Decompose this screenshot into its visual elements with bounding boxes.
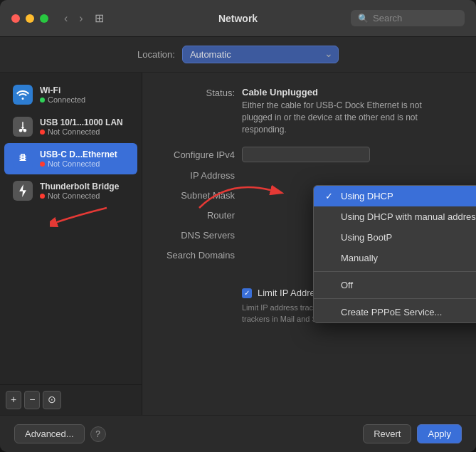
thunderbolt-status-dot bbox=[40, 194, 45, 199]
usb-icon bbox=[13, 117, 33, 137]
thunderbolt-name: Thunderbolt Bridge bbox=[40, 182, 119, 191]
help-button[interactable]: ? bbox=[90, 426, 106, 442]
dropdown-item-dhcp-manual[interactable]: Using DHCP with manual address bbox=[314, 206, 476, 227]
usb-status-dot bbox=[40, 130, 45, 135]
thunderbolt-info: Thunderbolt Bridge Not Connected bbox=[40, 182, 119, 200]
sidebar-item-usbc[interactable]: USB-C D...Ethernet Not Connected bbox=[4, 143, 137, 174]
search-placeholder: Search bbox=[373, 13, 402, 23]
dropdown-menu: ✓ Using DHCP Using DHCP with manual addr… bbox=[313, 185, 476, 323]
status-value: Cable Unplugged bbox=[242, 87, 441, 98]
dns-label: DNS Servers bbox=[157, 230, 235, 241]
ip-value bbox=[242, 168, 370, 182]
dropdown-container: ✓ Using DHCP Using DHCP with manual addr… bbox=[313, 185, 476, 323]
configure-ipv4-row: Configure IPv4 bbox=[157, 147, 462, 162]
add-button[interactable]: + bbox=[6, 391, 21, 409]
options-button[interactable]: ⊙ bbox=[43, 391, 61, 409]
usb-name: USB 10/1...1000 LAN bbox=[40, 117, 123, 127]
usb-info: USB 10/1...1000 LAN Not Connected bbox=[40, 117, 123, 136]
sidebar: Wi-Fi Connected USB bbox=[0, 73, 142, 415]
usbc-status: Not Connected bbox=[40, 159, 117, 168]
status-label: Status: bbox=[157, 87, 235, 98]
status-info: Cable Unplugged Either the cable for USB… bbox=[242, 87, 441, 135]
location-select[interactable]: Automatic Edit Locations... bbox=[182, 46, 339, 63]
close-button[interactable] bbox=[11, 14, 20, 23]
tracking-checkbox[interactable]: ✓ bbox=[242, 288, 252, 298]
router-label: Router bbox=[157, 210, 235, 221]
status-row: Status: Cable Unplugged Either the cable… bbox=[157, 87, 462, 135]
ip-address-row: IP Address bbox=[157, 168, 462, 182]
dhcp-label: Using DHCP bbox=[341, 191, 393, 201]
maximize-button[interactable] bbox=[40, 14, 48, 23]
configure-dropdown-trigger[interactable] bbox=[242, 147, 370, 162]
remove-button[interactable]: − bbox=[24, 391, 40, 409]
wifi-icon bbox=[13, 85, 33, 105]
right-panel: Status: Cable Unplugged Either the cable… bbox=[142, 73, 476, 415]
main-content: Wi-Fi Connected USB bbox=[0, 73, 476, 415]
dropdown-item-manually[interactable]: Manually bbox=[314, 248, 476, 268]
usbc-status-dot bbox=[40, 162, 45, 167]
off-label: Off bbox=[341, 280, 353, 290]
traffic-lights bbox=[11, 14, 48, 23]
bootp-label: Using BootP bbox=[341, 232, 392, 243]
search-domains-label: Search Domains bbox=[157, 250, 235, 261]
action-buttons: Revert Apply bbox=[363, 424, 462, 443]
sidebar-item-wifi[interactable]: Wi-Fi Connected bbox=[4, 79, 137, 110]
ip-label: IP Address bbox=[157, 170, 235, 181]
search-icon: 🔍 bbox=[358, 14, 369, 23]
dropdown-separator-1 bbox=[314, 271, 476, 272]
forward-button[interactable]: › bbox=[75, 11, 87, 26]
thunderbolt-icon bbox=[13, 181, 33, 201]
sidebar-item-usb[interactable]: USB 10/1...1000 LAN Not Connected bbox=[4, 111, 137, 142]
subnet-label: Subnet Mask bbox=[157, 190, 235, 201]
location-label: Location: bbox=[137, 49, 175, 60]
dhcp-manual-label: Using DHCP with manual address bbox=[341, 211, 476, 222]
apply-button[interactable]: Apply bbox=[417, 424, 462, 443]
wifi-status-dot bbox=[40, 98, 45, 103]
sidebar-bottom: + − ⊙ bbox=[0, 384, 142, 415]
manually-label: Manually bbox=[341, 253, 378, 263]
dropdown-separator-2 bbox=[314, 298, 476, 299]
wifi-info: Wi-Fi Connected bbox=[40, 85, 85, 104]
pppoe-label: Create PPPoE Service... bbox=[341, 307, 442, 317]
usb-status: Not Connected bbox=[40, 127, 123, 136]
wifi-status: Connected bbox=[40, 95, 85, 104]
usbc-name: USB-C D...Ethernet bbox=[40, 149, 117, 159]
advanced-button[interactable]: Advanced... bbox=[14, 424, 85, 443]
ethernet-icon bbox=[13, 149, 33, 169]
back-button[interactable]: ‹ bbox=[60, 11, 72, 26]
titlebar: ‹ › ⊞ Network 🔍 Search bbox=[0, 0, 476, 37]
minimize-button[interactable] bbox=[26, 14, 34, 23]
location-bar: Location: Automatic Edit Locations... bbox=[0, 37, 476, 73]
grid-button[interactable]: ⊞ bbox=[90, 10, 108, 26]
nav-buttons: ‹ › bbox=[60, 11, 88, 26]
dropdown-item-dhcp[interactable]: ✓ Using DHCP bbox=[314, 186, 476, 206]
sidebar-item-thunderbolt[interactable]: Thunderbolt Bridge Not Connected bbox=[4, 175, 137, 206]
location-dropdown-wrapper: Automatic Edit Locations... bbox=[182, 46, 339, 63]
network-window: ‹ › ⊞ Network 🔍 Search Location: Automat… bbox=[0, 0, 476, 452]
sidebar-list: Wi-Fi Connected USB bbox=[0, 73, 142, 384]
configure-label: Configure IPv4 bbox=[157, 149, 235, 160]
usbc-info: USB-C D...Ethernet Not Connected bbox=[40, 149, 117, 168]
dropdown-item-bootp[interactable]: Using BootP bbox=[314, 227, 476, 248]
bottom-bar: Advanced... ? Revert Apply bbox=[0, 415, 476, 452]
status-desc: Either the cable for USB-C Dock Ethernet… bbox=[242, 100, 441, 135]
left-bottom: Advanced... ? bbox=[14, 424, 106, 443]
search-bar[interactable]: 🔍 Search bbox=[351, 10, 465, 26]
wifi-name: Wi-Fi bbox=[40, 85, 85, 95]
thunderbolt-status: Not Connected bbox=[40, 191, 119, 200]
revert-button[interactable]: Revert bbox=[363, 424, 411, 443]
dropdown-item-pppoe[interactable]: Create PPPoE Service... bbox=[314, 302, 476, 322]
check-icon-dhcp: ✓ bbox=[325, 191, 335, 201]
dropdown-item-off[interactable]: Off bbox=[314, 275, 476, 295]
window-title: Network bbox=[218, 13, 258, 24]
